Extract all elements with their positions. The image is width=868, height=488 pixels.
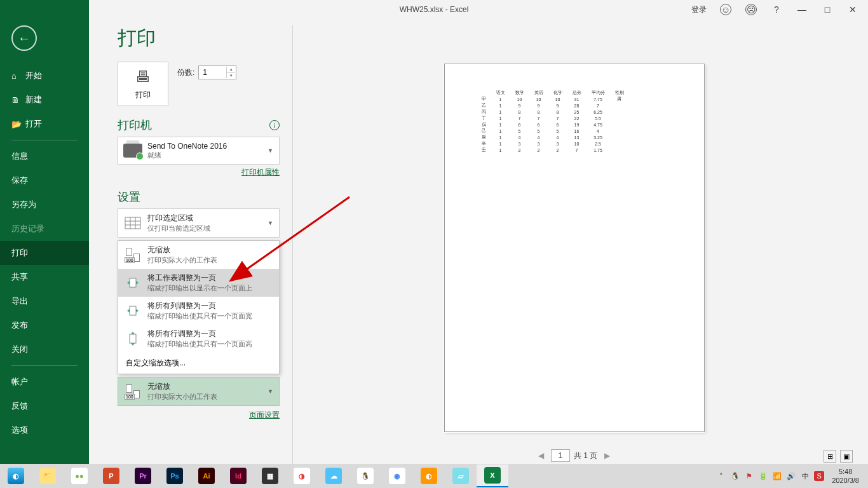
- system-tray: ˄ 🐧 ⚑ 🔋 📶 🔊 中 S 5:48 2020/3/8: [716, 467, 868, 485]
- tb-app2[interactable]: ☁: [318, 464, 349, 487]
- copies-input[interactable]: 1 ▴▾: [198, 65, 236, 79]
- scale-select[interactable]: 100 无缩放打印实际大小的工作表 ▼: [118, 377, 279, 405]
- tray-volume-icon[interactable]: 🔊: [786, 471, 796, 481]
- sidebar-item-home[interactable]: ⌂开始: [0, 64, 89, 88]
- tb-app1[interactable]: ◑: [286, 464, 318, 487]
- page-total: 共 1 页: [574, 451, 597, 461]
- tray-sogou-icon[interactable]: S: [814, 471, 824, 481]
- tb-photoshop[interactable]: Ps: [159, 464, 191, 487]
- tb-chrome[interactable]: ◉: [381, 464, 413, 487]
- folder-open-icon: 📂: [11, 119, 20, 129]
- close-button[interactable]: ✕: [841, 1, 864, 18]
- tb-premiere[interactable]: Pr: [127, 464, 159, 487]
- sidebar-item-saveas[interactable]: 另存为: [0, 193, 89, 217]
- show-margins-button[interactable]: ⊞: [824, 450, 836, 463]
- scale-fitcols-icon: [123, 301, 142, 320]
- sidebar-item-history: 历史记录: [0, 217, 89, 241]
- page-setup-link[interactable]: 页面设置: [249, 410, 280, 419]
- chevron-down-icon: ▼: [268, 147, 274, 154]
- tb-qq[interactable]: 🐧: [349, 464, 381, 487]
- grid-icon: [123, 214, 142, 233]
- scale-popup: 100 无缩放打印实际大小的工作表 将工作表调整为一页缩减打印输出以显示在一个页…: [118, 240, 280, 374]
- scale-option-none[interactable]: 100 无缩放打印实际大小的工作表: [118, 241, 279, 269]
- back-button[interactable]: ←: [11, 25, 37, 51]
- login-button[interactable]: 登录: [686, 4, 712, 15]
- sidebar-item-new[interactable]: 🗎新建: [0, 88, 89, 112]
- scale-option-fit-sheet[interactable]: 将工作表调整为一页缩减打印输出以显示在一个页面上: [118, 269, 279, 297]
- page-title: 打印: [118, 25, 280, 51]
- zoom-to-page-button[interactable]: ▣: [840, 450, 853, 463]
- sidebar-item-export[interactable]: 导出: [0, 289, 89, 313]
- chevron-down-icon: ▼: [268, 388, 274, 395]
- scale-option-fit-columns[interactable]: 将所有列调整为一页缩减打印输出使其只有一个页面宽: [118, 297, 279, 325]
- scale-none-icon: 100: [123, 382, 142, 401]
- main-content: 打印 🖶 打印 份数: 1 ▴▾ 打印机 i: [89, 19, 868, 464]
- svg-rect-0: [125, 217, 140, 229]
- tb-excel[interactable]: X: [477, 464, 508, 487]
- tb-indesign[interactable]: Id: [222, 464, 254, 487]
- printer-icon: 🖶: [135, 68, 151, 86]
- tray-up-icon[interactable]: ˄: [716, 471, 726, 481]
- backstage-sidebar: ← ⌂开始 🗎新建 📂打开 信息 保存 另存为 历史记录 打印 共享 导出 发布…: [0, 0, 89, 464]
- tb-illustrator[interactable]: Ai: [191, 464, 222, 487]
- sidebar-item-open[interactable]: 📂打开: [0, 112, 89, 136]
- tray-wifi-icon[interactable]: 📶: [772, 471, 782, 481]
- next-page-button[interactable]: ▶: [601, 450, 613, 461]
- maximize-button[interactable]: □: [816, 1, 839, 18]
- tray-ime-icon[interactable]: 中: [800, 471, 810, 481]
- sidebar-item-save[interactable]: 保存: [0, 168, 89, 193]
- tb-powerpoint[interactable]: P: [95, 464, 127, 487]
- preview-page: 语文数学英语化学总分平均分性别甲1101010317.75男乙1999287丙1…: [444, 64, 705, 432]
- face-happy-icon[interactable]: ☺: [714, 1, 737, 18]
- copies-label: 份数:: [177, 67, 194, 78]
- printer-device-icon: [123, 141, 142, 160]
- sidebar-item-options[interactable]: 选项: [0, 418, 89, 442]
- svg-rect-6: [130, 306, 136, 315]
- page-number-input[interactable]: 1: [551, 449, 570, 462]
- window-title: WHW25.xlsx - Excel: [400, 5, 469, 14]
- tb-explorer[interactable]: 📁: [32, 464, 64, 487]
- print-area-select[interactable]: 打印选定区域 仅打印当前选定区域 ▼: [118, 209, 279, 237]
- tb-notes[interactable]: ▱: [445, 464, 477, 487]
- sidebar-item-feedback[interactable]: 反馈: [0, 394, 89, 418]
- scale-none-icon: 100: [123, 245, 142, 264]
- printer-section-header: 打印机 i: [118, 118, 280, 133]
- tray-security-icon[interactable]: ⚑: [744, 471, 754, 481]
- sidebar-item-share[interactable]: 共享: [0, 265, 89, 289]
- tray-qq-icon[interactable]: 🐧: [730, 471, 740, 481]
- printer-select[interactable]: Send To OneNote 2016 就绪 ▼: [118, 137, 279, 164]
- custom-scale-option[interactable]: 自定义缩放选项...: [118, 353, 279, 374]
- scale-fit-icon: [123, 273, 142, 292]
- taskbar: ◐ 📁 ●● P Pr Ps Ai Id ▦ ◑ ☁ 🐧 ◉ ◐ ▱ X ˄ 🐧…: [0, 464, 868, 488]
- sidebar-item-close[interactable]: 关闭: [0, 337, 89, 362]
- tb-wechat[interactable]: ●●: [64, 464, 95, 487]
- settings-section-header: 设置: [118, 189, 280, 205]
- print-preview: 语文数学英语化学总分平均分性别甲1101010317.75男乙1999287丙1…: [292, 25, 855, 464]
- sidebar-item-publish[interactable]: 发布: [0, 313, 89, 337]
- sidebar-item-info[interactable]: 信息: [0, 144, 89, 168]
- document-icon: 🗎: [11, 95, 20, 105]
- tb-video[interactable]: ▦: [254, 464, 286, 487]
- sidebar-item-account[interactable]: 帐户: [0, 370, 89, 394]
- face-sad-icon[interactable]: ☹: [740, 1, 763, 18]
- info-icon[interactable]: i: [269, 120, 280, 130]
- titlebar: WHW25.xlsx - Excel 登录 ☺ ☹ ? — □ ✕: [0, 0, 868, 19]
- preview-table: 语文数学英语化学总分平均分性别甲1101010317.75男乙1999287丙1…: [477, 90, 629, 153]
- separator: [11, 365, 78, 366]
- minimize-button[interactable]: —: [790, 1, 813, 18]
- tb-browser[interactable]: ◐: [0, 464, 32, 487]
- tb-app3[interactable]: ◐: [413, 464, 445, 487]
- scale-option-fit-rows[interactable]: 将所有行调整为一页缩减打印输出使其只有一个页面高: [118, 325, 279, 353]
- copies-spinner[interactable]: ▴▾: [226, 67, 235, 78]
- prev-page-button[interactable]: ◀: [536, 450, 547, 461]
- printer-properties-link[interactable]: 打印机属性: [241, 168, 280, 177]
- print-button[interactable]: 🖶 打印: [118, 62, 168, 106]
- taskbar-clock[interactable]: 5:48 2020/3/8: [828, 467, 863, 485]
- scale-fitrows-icon: [123, 329, 142, 348]
- svg-rect-5: [130, 278, 136, 287]
- home-icon: ⌂: [11, 71, 20, 81]
- sidebar-item-print[interactable]: 打印: [0, 241, 89, 265]
- tray-battery-icon[interactable]: 🔋: [758, 471, 768, 481]
- separator: [11, 140, 78, 140]
- help-button[interactable]: ?: [765, 1, 788, 18]
